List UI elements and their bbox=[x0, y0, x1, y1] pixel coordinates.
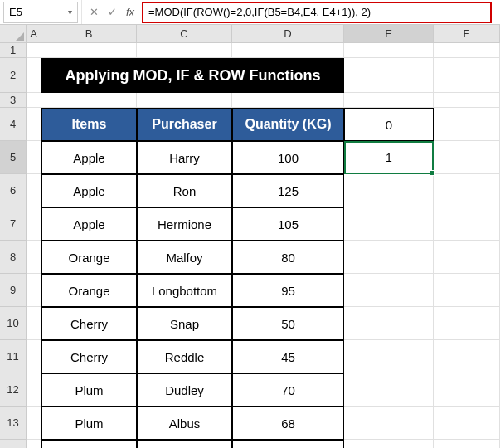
header-purchaser[interactable]: Purchaser bbox=[137, 108, 232, 141]
header-quantity[interactable]: Quantity (KG) bbox=[232, 108, 344, 141]
row-header-2[interactable]: 2 bbox=[0, 58, 27, 93]
cell-a12[interactable] bbox=[27, 373, 41, 407]
cell-a6[interactable] bbox=[27, 174, 41, 207]
cell-purchaser[interactable]: Ron bbox=[137, 174, 232, 207]
cell-purchaser[interactable]: Hagrid bbox=[137, 440, 232, 448]
cell-item[interactable]: Cherry bbox=[41, 340, 137, 373]
cell-a2[interactable] bbox=[27, 58, 41, 93]
cell-f10[interactable] bbox=[434, 307, 500, 340]
cell-purchaser[interactable]: Albus bbox=[137, 407, 232, 440]
cell-f9[interactable] bbox=[434, 274, 500, 307]
cancel-icon[interactable]: ✕ bbox=[87, 6, 100, 18]
col-header-d[interactable]: D bbox=[232, 25, 344, 43]
cell-e2[interactable] bbox=[344, 58, 434, 93]
cell-a3[interactable] bbox=[27, 93, 41, 108]
cell-quantity[interactable]: 45 bbox=[232, 340, 344, 373]
fx-icon[interactable]: fx bbox=[124, 6, 137, 18]
cell-e9[interactable] bbox=[344, 274, 434, 307]
cell-f12[interactable] bbox=[434, 373, 500, 407]
cell-e13[interactable] bbox=[344, 407, 434, 440]
cell-d3[interactable] bbox=[232, 93, 344, 108]
cell-a7[interactable] bbox=[27, 207, 41, 241]
cell-e1[interactable] bbox=[344, 43, 434, 58]
cell-purchaser[interactable]: Harry bbox=[137, 141, 232, 174]
cell-purchaser[interactable]: Malfoy bbox=[137, 241, 232, 274]
cell-a13[interactable] bbox=[27, 407, 41, 440]
row-header-9[interactable]: 9 bbox=[0, 274, 27, 307]
cell-e3[interactable] bbox=[344, 93, 434, 108]
cell-purchaser[interactable]: Snap bbox=[137, 307, 232, 340]
cell-f1[interactable] bbox=[434, 43, 500, 58]
row-header-10[interactable]: 10 bbox=[0, 307, 27, 340]
cell-a9[interactable] bbox=[27, 274, 41, 307]
cell-a4[interactable] bbox=[27, 108, 41, 141]
active-cell[interactable]: 1 bbox=[344, 141, 434, 174]
formula-input[interactable]: =MOD(IF(ROW()=2,0,IF(B5=B4,E4, E4+1)), 2… bbox=[148, 6, 485, 18]
row-header-3[interactable]: 3 bbox=[0, 93, 27, 108]
row-header-11[interactable]: 11 bbox=[0, 340, 27, 373]
cell-quantity[interactable]: 80 bbox=[232, 241, 344, 274]
cell-f8[interactable] bbox=[434, 241, 500, 274]
cell-quantity[interactable]: 50 bbox=[232, 307, 344, 340]
cell-purchaser[interactable]: Reddle bbox=[137, 340, 232, 373]
cell-item[interactable]: Plum bbox=[41, 407, 137, 440]
cell-e11[interactable] bbox=[344, 340, 434, 373]
row-header-8[interactable]: 8 bbox=[0, 241, 27, 274]
cell-quantity[interactable]: 68 bbox=[232, 407, 344, 440]
select-all-corner[interactable] bbox=[0, 25, 27, 43]
cell-item[interactable]: Orange bbox=[41, 241, 137, 274]
cell-e8[interactable] bbox=[344, 241, 434, 274]
cell-f14[interactable] bbox=[434, 440, 500, 448]
row-header-12[interactable]: 12 bbox=[0, 373, 27, 407]
cell-c3[interactable] bbox=[137, 93, 232, 108]
cell-c1[interactable] bbox=[137, 43, 232, 58]
row-header-1[interactable]: 1 bbox=[0, 43, 27, 58]
cell-item[interactable]: Plum bbox=[41, 440, 137, 448]
cell-purchaser[interactable]: Longbottom bbox=[137, 274, 232, 307]
row-header-6[interactable]: 6 bbox=[0, 174, 27, 207]
col-header-f[interactable]: F bbox=[434, 25, 500, 43]
cell-f5[interactable] bbox=[434, 141, 500, 174]
cell-f11[interactable] bbox=[434, 340, 500, 373]
cell-b1[interactable] bbox=[41, 43, 137, 58]
cell-item[interactable]: Apple bbox=[41, 141, 137, 174]
row-header-4[interactable]: 4 bbox=[0, 108, 27, 141]
cell-quantity[interactable]: 105 bbox=[232, 207, 344, 241]
fill-handle[interactable] bbox=[430, 170, 435, 176]
cell-quantity[interactable]: 95 bbox=[232, 274, 344, 307]
row-header-7[interactable]: 7 bbox=[0, 207, 27, 241]
cell-f6[interactable] bbox=[434, 174, 500, 207]
cell-e7[interactable] bbox=[344, 207, 434, 241]
row-header-13[interactable]: 13 bbox=[0, 407, 27, 440]
cell-e6[interactable] bbox=[344, 174, 434, 207]
cell-f13[interactable] bbox=[434, 407, 500, 440]
cell-e10[interactable] bbox=[344, 307, 434, 340]
cell-d1[interactable] bbox=[232, 43, 344, 58]
cell-a11[interactable] bbox=[27, 340, 41, 373]
cell-item[interactable]: Orange bbox=[41, 274, 137, 307]
title-banner[interactable]: Applying MOD, IF & ROW Functions bbox=[41, 58, 344, 93]
cell-a14[interactable] bbox=[27, 440, 41, 448]
cell-quantity[interactable]: 70 bbox=[232, 373, 344, 407]
cell-a5[interactable] bbox=[27, 141, 41, 174]
row-header-14[interactable]: 14 bbox=[0, 440, 27, 448]
accept-icon[interactable]: ✓ bbox=[105, 6, 119, 18]
cell-purchaser[interactable]: Dudley bbox=[137, 373, 232, 407]
cell-f3[interactable] bbox=[434, 93, 500, 108]
name-box[interactable]: E5 ▾ bbox=[3, 2, 78, 23]
cell-e12[interactable] bbox=[344, 373, 434, 407]
chevron-down-icon[interactable]: ▾ bbox=[68, 7, 72, 17]
row-header-5[interactable]: 5 bbox=[0, 141, 27, 174]
cell-f7[interactable] bbox=[434, 207, 500, 241]
col-header-c[interactable]: C bbox=[137, 25, 232, 43]
col-header-b[interactable]: B bbox=[41, 25, 137, 43]
cell-f2[interactable] bbox=[434, 58, 500, 93]
cell-a8[interactable] bbox=[27, 241, 41, 274]
cell-quantity[interactable]: 125 bbox=[232, 174, 344, 207]
cell-b3[interactable] bbox=[41, 93, 137, 108]
cell-quantity[interactable]: 100 bbox=[232, 141, 344, 174]
cell-item[interactable]: Plum bbox=[41, 373, 137, 407]
cell-item[interactable]: Apple bbox=[41, 207, 137, 241]
cell-a10[interactable] bbox=[27, 307, 41, 340]
header-extra[interactable]: 0 bbox=[344, 108, 434, 141]
